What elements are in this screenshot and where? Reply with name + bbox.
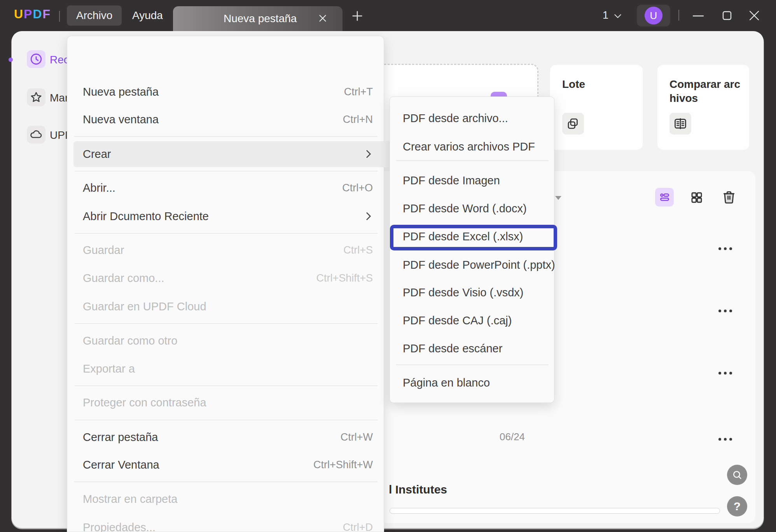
menu-divider	[74, 233, 378, 234]
list-view-icon	[658, 191, 671, 203]
submenu-item-pdf-desde-word[interactable]: PDF desde Word (.docx)	[390, 197, 555, 220]
menu-item-cerrar-pestana[interactable]: Cerrar pestaña Ctrl+W	[67, 425, 385, 449]
logo-letter-d: D	[33, 7, 42, 21]
new-tab-icon[interactable]	[351, 9, 365, 23]
excel-option-highlight-box	[390, 225, 557, 250]
submenu-item-pagina-en-blanco[interactable]: Página en blanco	[390, 371, 555, 394]
sort-dropdown-caret[interactable]	[555, 196, 561, 200]
sidebar-label-recent[interactable]: Reci	[50, 54, 68, 66]
submenu-item-pdf-desde-powerpoint[interactable]: PDF desde PowerPoint (.pptx)	[390, 253, 555, 276]
menu-item-nueva-pestana[interactable]: Nueva pestaña Ctrl+T	[67, 80, 385, 103]
row-menu-button[interactable]	[718, 247, 732, 250]
grid-view-icon	[690, 191, 704, 205]
menu-item-abrir-documento-reciente[interactable]: Abrir Dcumento Reciente	[67, 205, 385, 228]
tab-nueva-pestana[interactable]: Nueva pestaña	[173, 6, 343, 31]
menu-item-abrir[interactable]: Abrir... Ctrl+O	[67, 176, 385, 200]
chevron-down-icon[interactable]	[613, 12, 623, 20]
submenu-divider	[396, 160, 549, 161]
active-document-dot	[9, 58, 13, 62]
menu-divider	[74, 136, 378, 137]
file-date: 06/24	[500, 431, 525, 443]
menu-divider	[74, 171, 378, 172]
row-menu-button[interactable]	[718, 438, 732, 441]
controls-divider	[678, 10, 679, 21]
menu-item-cerrar-ventana[interactable]: Cerrar Ventana Ctrl+Shift+W	[67, 453, 385, 476]
sidebar-label-updf-cloud[interactable]: UPD	[50, 129, 68, 142]
trash-button[interactable]	[722, 189, 736, 205]
chevron-right-icon	[362, 148, 374, 160]
menu-item-exportar-a: Exportar a	[67, 357, 385, 380]
minimize-button[interactable]	[691, 9, 705, 23]
logo-divider	[59, 11, 60, 22]
search-button[interactable]	[727, 465, 747, 485]
account-button[interactable]: U	[637, 5, 670, 26]
sidebar-item-updf-cloud[interactable]	[27, 126, 45, 144]
file-title: l Institutes	[389, 483, 447, 496]
grid-view-button[interactable]	[690, 191, 704, 205]
logo-letter-u: U	[14, 7, 24, 21]
submenu-item-pdf-desde-imagen[interactable]: PDF desde Imagen	[390, 169, 555, 192]
help-button[interactable]: ?	[727, 496, 747, 516]
avatar: U	[645, 7, 662, 24]
close-button[interactable]	[747, 9, 761, 23]
menu-item-crear[interactable]: Crear	[67, 142, 385, 166]
menu-divider	[74, 481, 378, 482]
row-menu-button[interactable]	[718, 310, 732, 312]
logo-letter-f: F	[43, 7, 51, 21]
menu-divider	[74, 385, 378, 386]
file-menu: Nueva pestaña Ctrl+T Nueva ventana Ctrl+…	[67, 36, 384, 532]
menu-item-guardar-como: Guardar como... Ctrl+Shift+S	[67, 266, 385, 290]
menu-item-mostrar-en-carpeta: Mostrar en carpeta	[67, 487, 385, 511]
card-batch[interactable]: Lote	[550, 65, 643, 150]
menu-item-propiedades: Propiedades... Ctrl+D	[67, 516, 385, 532]
search-icon	[732, 469, 743, 480]
menu-item-guardar: Guardar Ctrl+S	[67, 238, 385, 262]
menu-item-proteger-con-contrasena: Proteger con contraseña	[67, 391, 385, 414]
row-menu-button[interactable]	[718, 372, 732, 374]
trash-icon	[722, 189, 736, 205]
menu-ayuda[interactable]: Ayuda	[123, 5, 172, 26]
menu-divider	[74, 420, 378, 420]
submenu-divider	[396, 364, 549, 365]
chevron-right-icon	[362, 210, 374, 222]
title-bar: UPDF Archivo Ayuda Nueva pestaña 1 U	[0, 0, 776, 31]
submenu-item-pdf-desde-visio[interactable]: PDF desde Visio (.vsdx)	[390, 281, 555, 304]
question-mark-icon: ?	[734, 500, 741, 513]
sidebar-item-recent[interactable]	[27, 50, 45, 68]
file-thumbnail-bar	[390, 508, 720, 514]
sidebar-item-bookmarks[interactable]	[27, 88, 45, 106]
menu-item-guardar-updf-cloud: Guardar en UPDF Cloud	[67, 295, 385, 318]
window-count[interactable]: 1	[603, 9, 608, 21]
card-compare-files[interactable]: Comparar archivos	[657, 65, 749, 150]
clock-icon	[30, 52, 43, 66]
card-compare-title: Comparar archivos	[669, 77, 746, 105]
cloud-icon	[29, 128, 43, 142]
tab-close-icon[interactable]	[317, 12, 331, 26]
menu-item-guardar-como-otro: Guardar como otro	[67, 329, 385, 352]
menu-item-nueva-ventana[interactable]: Nueva ventana Ctrl+N	[67, 108, 385, 131]
list-view-button[interactable]	[655, 188, 674, 206]
logo-letter-p: P	[24, 7, 33, 21]
star-icon	[30, 91, 43, 104]
menu-divider	[74, 323, 378, 324]
compare-files-icon	[669, 113, 691, 135]
maximize-button[interactable]	[720, 9, 734, 23]
submenu-item-pdf-desde-caj[interactable]: PDF desde CAJ (.caj)	[390, 309, 555, 332]
submenu-item-pdf-desde-escaner[interactable]: PDF desde escáner	[390, 337, 555, 360]
submenu-item-pdf-desde-archivo[interactable]: PDF desde archivo...	[390, 107, 555, 130]
batch-icon	[562, 113, 584, 135]
submenu-item-crear-varios-archivos-pdf[interactable]: Crear varios archivos PDF	[390, 135, 555, 158]
tab-label: Nueva pestaña	[224, 12, 297, 25]
card-batch-title: Lote	[562, 77, 639, 91]
sidebar-label-bookmarks[interactable]: Mar	[50, 92, 68, 104]
menu-archivo[interactable]: Archivo	[67, 5, 122, 26]
updf-logo: UPDF	[14, 7, 51, 21]
